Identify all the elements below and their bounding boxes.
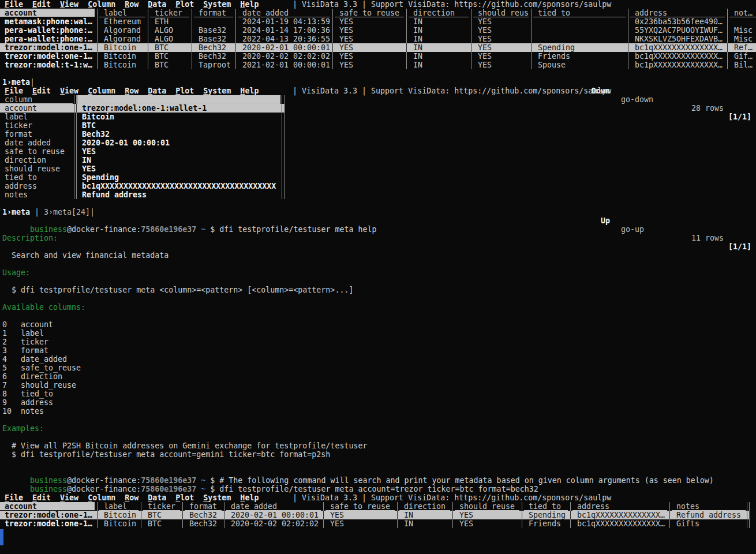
meta-key[interactable]: tied_to <box>0 173 73 182</box>
meta-row[interactable]: notes Refund address <box>0 190 285 199</box>
meta-key[interactable]: ticker <box>0 121 73 130</box>
cell-address[interactable]: bc1qXXXXXXXXXXXXXX… <box>572 511 667 519</box>
cell-should-reuse[interactable]: YES <box>473 52 529 61</box>
cell-should-reuse[interactable]: YES <box>473 43 529 52</box>
cell-date-added[interactable]: 2020-02-02 02:02:02 <box>226 519 321 528</box>
cell-tied-to[interactable]: Spending <box>533 43 626 52</box>
cell-safe-to-reuse[interactable]: YES <box>335 26 404 35</box>
column-header-label[interactable]: label <box>99 9 145 17</box>
menu-item-view[interactable]: View <box>60 0 78 9</box>
cell-safe-to-reuse[interactable]: YES <box>325 511 395 519</box>
cell-safe-to-reuse[interactable]: YES <box>335 52 404 61</box>
cell-tied-to[interactable]: Spending <box>524 511 568 519</box>
cell-address[interactable]: bc1qXXXXXXXXXXXXXX… <box>630 43 725 52</box>
cell-safe-to-reuse[interactable]: YES <box>335 17 404 26</box>
cell-direction[interactable]: IN <box>399 519 450 528</box>
meta-row[interactable]: address bc1qXXXXXXXXXXXXXXXXXXXXXXXXXXXX… <box>0 182 285 190</box>
column-header-address[interactable]: address <box>630 9 725 17</box>
cell-direction[interactable]: IN <box>409 26 469 35</box>
column-header-address[interactable]: address <box>572 502 667 511</box>
cell-ticker[interactable]: BTC <box>150 43 189 52</box>
meta-value[interactable]: YES <box>77 147 280 156</box>
cell-safe-to-reuse[interactable]: YES <box>335 35 404 43</box>
meta-value[interactable]: Refund address <box>77 190 280 199</box>
cell-direction[interactable]: IN <box>409 35 469 43</box>
table-row-cursor[interactable]: trezor:model:one-1… Bitcoin BTC Bech32 2… <box>0 43 756 52</box>
cell-label[interactable]: Algorand <box>99 26 145 35</box>
cell-format[interactable]: Base32 <box>194 26 233 35</box>
cell-label[interactable]: Bitcoin <box>99 519 139 528</box>
cell-notes[interactable]: Misc <box>729 35 756 43</box>
menu-item-help[interactable]: Help <box>240 0 259 9</box>
menu-item-file[interactable]: File <box>5 87 23 95</box>
cell-label[interactable]: Bitcoin <box>99 511 139 519</box>
table-row[interactable]: trezor:model:one-1… Bitcoin BTC Bech32 2… <box>0 52 756 61</box>
column-header-safe-to-reuse[interactable]: safe to reuse <box>325 502 395 511</box>
column-header-account[interactable]: account <box>0 9 95 17</box>
cell-ticker[interactable]: BTC <box>150 52 189 61</box>
cell-ticker[interactable]: ALGO <box>150 26 189 35</box>
cell-account[interactable]: pera-wallet:phone:… <box>0 35 95 43</box>
meta-key[interactable]: address <box>0 182 73 190</box>
cell-safe-to-reuse[interactable]: YES <box>335 61 404 69</box>
menu-item-edit[interactable]: Edit <box>32 0 51 9</box>
meta-row-cursor[interactable]: account trezor:model:one-1:wallet-1 <box>0 104 285 113</box>
menu-item-help[interactable]: Help <box>240 493 259 502</box>
column-header-format[interactable]: format <box>185 502 222 511</box>
cell-notes[interactable]: Refund address <box>672 511 746 519</box>
column-header-ticker[interactable]: ticker <box>150 9 189 17</box>
meta-row[interactable]: ticker BTC <box>0 121 285 130</box>
meta-key[interactable]: date_added <box>0 138 73 147</box>
menu-item-data[interactable]: Data <box>148 493 166 502</box>
meta-value[interactable]: trezor:model:one-1:wallet-1 <box>77 104 280 113</box>
column-header-account[interactable]: account <box>0 502 95 511</box>
column-header-direction[interactable]: direction <box>409 9 469 17</box>
menu-item-plot[interactable]: Plot <box>175 0 194 9</box>
cell-account[interactable]: trezor:model:one-1… <box>0 519 95 528</box>
table-row[interactable]: pera-wallet:phone:… Algorand ALGO Base32… <box>0 35 756 43</box>
cell-label[interactable]: Bitcoin <box>99 52 145 61</box>
menu-item-edit[interactable]: Edit <box>32 493 51 502</box>
cell-notes[interactable]: Bil… <box>729 61 756 69</box>
cell-address[interactable]: 55YXQ2AC7PUOOYIWUF… <box>630 26 725 35</box>
cell-direction[interactable]: IN <box>399 511 450 519</box>
column-header-safe-to-reuse[interactable]: safe to reuse <box>335 9 404 17</box>
meta-row[interactable]: safe_to_reuse YES <box>0 147 285 156</box>
column-header-notes[interactable]: not… <box>729 9 756 17</box>
cell-should-reuse[interactable]: YES <box>473 35 529 43</box>
cell-notes[interactable] <box>729 17 756 26</box>
table-row[interactable]: trezor:model:one-1… Bitcoin BTC Bech32 2… <box>0 519 750 528</box>
cell-address[interactable]: 0x236ba53b56fee490… <box>630 17 725 26</box>
cell-date-added[interactable]: 2020-02-02 02:02:02 <box>238 52 330 61</box>
table-row[interactable]: metamask:phone:wal… Ethereum ETH 2024-01… <box>0 17 756 26</box>
cell-ticker[interactable]: BTC <box>150 61 189 69</box>
meta-value[interactable]: Spending <box>77 173 280 182</box>
cell-format[interactable]: Bech32 <box>194 52 233 61</box>
cell-notes[interactable]: Gif… <box>729 52 756 61</box>
cell-ticker[interactable]: ALGO <box>150 35 189 43</box>
cell-direction[interactable]: IN <box>409 61 469 69</box>
menu-item-row[interactable]: Row <box>125 87 139 95</box>
cell-account[interactable]: trezor:model:one-1… <box>0 511 95 519</box>
meta-key[interactable]: direction <box>0 156 73 164</box>
table-row-cursor[interactable]: trezor:model:one-1… Bitcoin BTC Bech32 2… <box>0 511 750 519</box>
menu-item-file[interactable]: File <box>5 493 23 502</box>
table-row[interactable]: pera-wallet:phone:… Algorand ALGO Base32… <box>0 26 756 35</box>
column-header-date-added[interactable]: date added <box>226 502 321 511</box>
menu-item-system[interactable]: System <box>203 493 231 502</box>
cell-should-reuse[interactable]: YES <box>455 511 519 519</box>
cell-direction[interactable]: IN <box>409 43 469 52</box>
column-header-direction[interactable]: direction <box>399 502 450 511</box>
cell-address[interactable]: bc1pXXXXXXXXXXXXXX… <box>630 61 725 69</box>
table-row[interactable]: trezor:model:t-1:w… Bitcoin BTC Taproot … <box>0 61 756 69</box>
menu-item-data[interactable]: Data <box>148 87 166 95</box>
meta-key[interactable]: format <box>0 130 73 138</box>
meta-value[interactable]: BTC <box>77 121 280 130</box>
menu-item-system[interactable]: System <box>203 0 231 9</box>
cell-label[interactable]: Ethereum <box>99 17 145 26</box>
meta-key[interactable]: account <box>0 104 73 113</box>
menu-item-plot[interactable]: Plot <box>175 87 194 95</box>
cell-date-added[interactable]: 2021-02-01 00:00:01 <box>238 61 330 69</box>
column-header-column[interactable]: column <box>0 95 73 104</box>
cell-account[interactable]: trezor:model:one-1… <box>0 43 95 52</box>
